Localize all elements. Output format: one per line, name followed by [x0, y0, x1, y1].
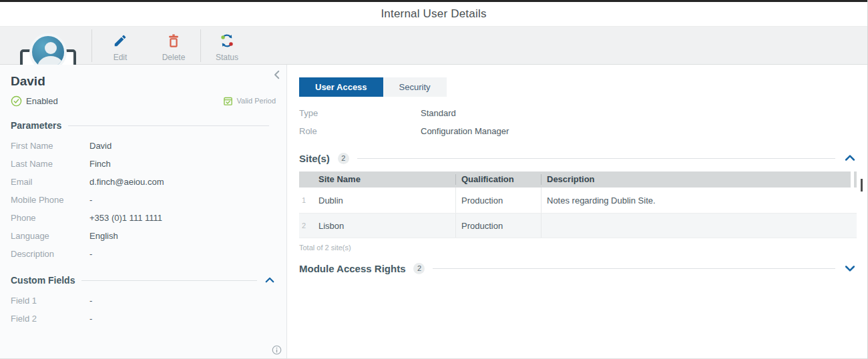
field-value: Finch — [89, 159, 111, 169]
row-number-column — [299, 174, 313, 185]
valid-period-label: Valid Period — [237, 97, 276, 105]
status-badge: Enabled — [26, 96, 58, 106]
edit-button[interactable]: Edit — [98, 31, 142, 62]
field-value: David — [89, 141, 112, 151]
delete-button[interactable]: Delete — [152, 31, 196, 62]
status-button[interactable]: Status — [205, 31, 249, 62]
field-label: First Name — [11, 141, 89, 151]
field-label: Language — [11, 231, 89, 241]
check-circle-icon — [11, 95, 22, 107]
divider — [68, 125, 269, 126]
chevron-up-icon[interactable] — [843, 151, 857, 165]
divider — [357, 158, 835, 159]
chevron-down-icon[interactable] — [843, 262, 857, 275]
cell-site-name: Dublin — [313, 188, 455, 213]
valid-period[interactable]: Valid Period — [223, 96, 276, 106]
custom-fields-section-header: Custom Fields — [11, 274, 276, 286]
delete-button-label: Delete — [162, 53, 186, 62]
field-value: English — [89, 231, 118, 241]
table-scroll-gutter — [851, 171, 854, 188]
tab-security[interactable]: Security — [383, 77, 447, 97]
field-value: +353 (0)1 111 1111 — [89, 213, 162, 223]
field-value: - — [89, 195, 92, 205]
user-access-panel: User Access Security Type Standard Role … — [288, 65, 868, 359]
pencil-icon — [113, 33, 128, 48]
calendar-check-icon — [223, 96, 233, 106]
tab-user-access[interactable]: User Access — [299, 77, 383, 97]
field-label: Phone — [11, 213, 89, 223]
field-value: - — [89, 314, 92, 324]
module-access-count-badge: 2 — [413, 263, 425, 274]
toolbar-separator — [200, 29, 201, 62]
parameters-heading: Parameters — [11, 120, 61, 131]
cell-qualification: Production — [455, 214, 541, 238]
toolbar: Edit Delete — [0, 27, 867, 65]
parameter-row: First Name David — [11, 137, 276, 155]
sites-total: Total of 2 site(s) — [299, 244, 857, 252]
field-label: Field 1 — [11, 296, 89, 306]
field-value: d.finch@aeiou.com — [89, 177, 164, 187]
custom-field-row: Field 2 - — [11, 310, 276, 328]
field-label: Mobile Phone — [11, 195, 89, 205]
edit-button-label: Edit — [114, 53, 128, 62]
user-summary-panel: David Enabled Valid Period — [0, 65, 287, 359]
row-number: 2 — [299, 214, 313, 238]
access-details: Type Standard Role Configuration Manager — [299, 104, 857, 140]
field-label: Role — [299, 126, 421, 136]
field-value: Standard — [421, 108, 456, 118]
title-bar: Internal User Details — [0, 2, 867, 27]
parameters-section-header: Parameters — [11, 119, 276, 131]
module-access-section-header: Module Access Rights 2 — [299, 262, 857, 274]
toolbar-separator — [91, 29, 92, 62]
parameter-row: Language English — [11, 227, 276, 245]
field-value: - — [89, 296, 92, 306]
table-row[interactable]: 1 Dublin Production Notes regarding Dubl… — [299, 188, 857, 214]
chevron-up-icon[interactable] — [264, 274, 276, 286]
row-number: 1 — [299, 188, 313, 213]
page-title: Internal User Details — [381, 7, 486, 21]
custom-fields-heading: Custom Fields — [11, 275, 75, 286]
trash-icon — [166, 33, 181, 48]
field-label: Field 2 — [11, 314, 89, 324]
avatar-head — [45, 42, 57, 54]
status-row: Enabled Valid Period — [11, 94, 276, 107]
parameter-row: Last Name Finch — [11, 155, 276, 173]
cell-description — [541, 214, 857, 238]
cell-site-name: Lisbon — [313, 214, 455, 238]
cell-qualification: Production — [455, 188, 541, 213]
sites-table-header: Site Name Qualification Description — [299, 171, 857, 188]
field-label: Type — [299, 108, 421, 118]
field-label: Last Name — [11, 159, 89, 169]
column-qualification: Qualification — [455, 174, 541, 185]
divider — [81, 280, 257, 281]
custom-field-row: Field 1 - — [11, 292, 276, 310]
sites-count-badge: 2 — [338, 153, 349, 164]
table-row[interactable]: 2 Lisbon Production — [299, 214, 857, 238]
field-label: Description — [11, 249, 89, 259]
window-scrollbar-thumb[interactable] — [861, 179, 863, 192]
parameters-list: First Name David Last Name Finch Email d… — [11, 137, 276, 263]
module-access-heading: Module Access Rights — [299, 263, 405, 274]
field-value: - — [89, 249, 92, 259]
field-label: Email — [11, 177, 89, 187]
sites-heading: Site(s) — [299, 153, 330, 164]
collapse-panel-button[interactable] — [271, 69, 283, 81]
field-value: Configuration Manager — [421, 126, 509, 136]
custom-fields-list: Field 1 - Field 2 - — [11, 292, 276, 328]
tab-bar: User Access Security — [299, 77, 857, 97]
parameter-row: Mobile Phone - — [11, 191, 276, 209]
sites-table: Site Name Qualification Description 1 Du… — [299, 171, 857, 238]
column-description: Description — [541, 174, 857, 185]
user-name: David — [11, 73, 276, 90]
internal-user-details-window: Internal User Details Edit — [0, 0, 868, 359]
info-icon[interactable] — [272, 345, 282, 355]
detail-row: Role Configuration Manager — [299, 122, 857, 140]
detail-row: Type Standard — [299, 104, 857, 122]
sites-section-header: Site(s) 2 — [299, 152, 857, 164]
status-button-label: Status — [216, 53, 238, 62]
parameter-row: Phone +353 (0)1 111 1111 — [11, 209, 276, 227]
parameter-row: Description - — [11, 245, 276, 263]
divider — [433, 268, 835, 269]
column-site-name: Site Name — [313, 174, 455, 185]
parameter-row: Email d.finch@aeiou.com — [11, 173, 276, 191]
